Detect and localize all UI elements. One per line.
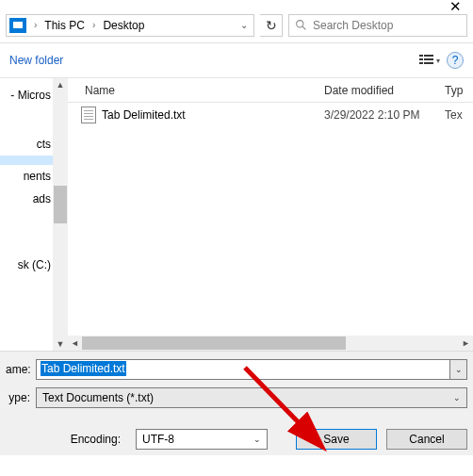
scroll-down-icon[interactable]: ▼ (55, 337, 67, 351)
chevron-down-icon: ▾ (436, 57, 440, 65)
filetype-label: ype: (6, 391, 36, 404)
filename-label: ame: (6, 363, 36, 376)
file-name: Tab Delimited.txt (102, 108, 324, 122)
address-bar: › This PC › Desktop ⌄ ↻ Search Desktop (0, 8, 473, 43)
tree-item[interactable]: sk (C:) (0, 254, 53, 276)
scroll-thumb[interactable] (54, 186, 67, 223)
filename-dropdown-icon[interactable]: ⌄ (450, 359, 467, 380)
tree-item[interactable] (0, 210, 53, 220)
file-list: Name Date modified Typ Tab Delimited.txt… (68, 78, 473, 351)
breadcrumb-this-pc[interactable]: This PC (41, 19, 89, 32)
scroll-up-icon[interactable]: ▲ (55, 78, 67, 91)
scroll-track[interactable] (82, 336, 459, 351)
svg-line-1 (302, 26, 305, 29)
svg-rect-7 (424, 62, 433, 64)
save-button[interactable]: Save (296, 429, 377, 450)
tree-item[interactable]: - Micros (0, 84, 53, 107)
tree-scrollbar[interactable]: ▲ ▼ (53, 78, 68, 351)
column-date[interactable]: Date modified (324, 84, 445, 97)
encoding-value: UTF-8 (142, 433, 174, 446)
titlebar: ✕ (0, 0, 473, 8)
encoding-select[interactable]: UTF-8 ⌄ (136, 429, 268, 450)
folder-tree[interactable]: - Micros cts nents ads sk (C:) (0, 78, 53, 351)
main-area: - Micros cts nents ads sk (C:) ▲ ▼ Name … (0, 77, 473, 351)
file-type: Tex (445, 108, 473, 122)
chevron-right-icon: › (30, 20, 41, 30)
horizontal-scrollbar[interactable]: ◄ ► (68, 336, 473, 351)
chevron-down-icon: ⌄ (453, 393, 461, 402)
close-button[interactable]: ✕ (438, 0, 473, 13)
breadcrumb-dropdown-icon[interactable]: ⌄ (235, 20, 253, 30)
scroll-right-icon[interactable]: ► (459, 338, 473, 348)
file-date: 3/29/2022 2:10 PM (324, 108, 445, 122)
file-row[interactable]: Tab Delimited.txt 3/29/2022 2:10 PM Tex (68, 103, 473, 123)
refresh-button[interactable]: ↻ (260, 14, 283, 37)
search-input[interactable]: Search Desktop (288, 14, 467, 37)
file-list-body[interactable]: Tab Delimited.txt 3/29/2022 2:10 PM Tex (68, 103, 473, 336)
filetype-select[interactable]: Text Documents (*.txt) ⌄ (36, 387, 467, 408)
scroll-left-icon[interactable]: ◄ (68, 338, 82, 348)
tree-item[interactable] (0, 220, 53, 229)
filename-input[interactable]: Tab Delimited.txt (36, 359, 450, 380)
search-icon (295, 19, 307, 31)
svg-rect-3 (424, 55, 433, 57)
chevron-down-icon: ⌄ (253, 435, 261, 444)
chevron-right-icon: › (89, 20, 99, 30)
toolbar: New folder ▾ ? (0, 43, 473, 77)
column-name[interactable]: Name (68, 84, 324, 97)
tree-item-selected[interactable] (0, 156, 53, 165)
svg-rect-4 (419, 58, 423, 60)
breadcrumb-desktop[interactable]: Desktop (99, 19, 148, 32)
list-view-icon (419, 54, 434, 67)
tree-item[interactable]: cts (0, 133, 53, 156)
view-options-button[interactable]: ▾ (418, 50, 441, 71)
tree-item[interactable]: nents (0, 165, 53, 188)
filetype-value: Text Documents (*.txt) (42, 391, 154, 404)
svg-rect-2 (419, 55, 423, 57)
column-type[interactable]: Typ (445, 84, 473, 97)
encoding-label: Encoding: (71, 433, 121, 446)
this-pc-icon (9, 18, 26, 33)
text-file-icon (81, 107, 96, 123)
svg-rect-6 (419, 62, 423, 64)
search-placeholder: Search Desktop (313, 19, 393, 32)
svg-rect-5 (424, 58, 433, 60)
tree-item[interactable]: ads (0, 188, 53, 210)
new-folder-button[interactable]: New folder (9, 54, 63, 67)
column-headers: Name Date modified Typ (68, 78, 473, 103)
breadcrumb[interactable]: › This PC › Desktop ⌄ (6, 14, 254, 37)
help-button[interactable]: ? (447, 52, 464, 69)
bottom-panel: ame: Tab Delimited.txt ⌄ ype: Text Docum… (0, 351, 473, 455)
svg-point-0 (297, 21, 303, 27)
cancel-button[interactable]: Cancel (386, 429, 467, 450)
scroll-thumb[interactable] (82, 336, 346, 350)
